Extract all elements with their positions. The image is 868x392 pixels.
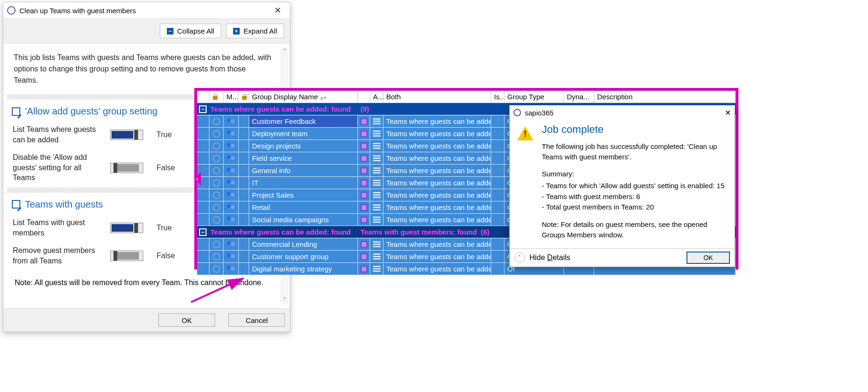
row-burger[interactable] — [370, 201, 383, 213]
row-radio[interactable] — [209, 165, 224, 176]
col-dynamic[interactable]: Dyna... — [564, 91, 594, 103]
toggle-list-teams-guests[interactable] — [110, 223, 143, 233]
people-icon — [227, 241, 235, 248]
hide-details-link[interactable]: Hide Details — [529, 253, 570, 262]
plus-icon: + — [233, 28, 240, 35]
row-members-icon[interactable] — [224, 251, 239, 262]
cancel-button[interactable]: Cancel — [228, 314, 285, 327]
list-icon — [373, 118, 381, 124]
dialog-titlebar[interactable]: sapio365 ✕ — [510, 105, 735, 120]
row-team-icon — [358, 152, 370, 164]
row-burger[interactable] — [370, 140, 383, 152]
filter-icon[interactable] — [324, 93, 326, 101]
row-burger[interactable] — [370, 251, 383, 262]
row-radio[interactable] — [209, 251, 224, 262]
row-radio[interactable] — [209, 128, 224, 139]
row-group-name[interactable]: Retail — [249, 201, 358, 213]
row-group-name[interactable]: Customer Feedback — [249, 115, 358, 127]
row-radio[interactable] — [209, 263, 224, 275]
toggle-remove-guests[interactable] — [110, 251, 143, 261]
row-burger[interactable] — [370, 115, 383, 127]
row-group-name[interactable]: Customer support group — [249, 251, 358, 262]
row-members-icon[interactable] — [224, 201, 239, 213]
row-is — [491, 201, 504, 213]
row-group-name[interactable]: Digital marketing strategy — [249, 263, 358, 275]
row-group-name[interactable]: Project Sales — [249, 189, 358, 201]
expand-all-button[interactable]: + Expand All — [226, 24, 284, 38]
row-members-icon[interactable] — [224, 128, 239, 139]
row-group-name[interactable]: General info — [249, 165, 358, 176]
collapse-group-icon[interactable]: − — [199, 228, 207, 236]
row-burger[interactable] — [370, 189, 383, 201]
row-radio[interactable] — [209, 189, 224, 201]
radio-icon — [213, 253, 220, 261]
row-members-icon[interactable] — [224, 152, 239, 164]
row-members-icon[interactable] — [224, 165, 239, 176]
row-radio[interactable] — [209, 177, 224, 189]
row-radio[interactable] — [209, 140, 224, 152]
row-burger[interactable] — [370, 128, 383, 139]
row-radio[interactable] — [209, 238, 224, 250]
scroll-down-icon[interactable]: ˅ — [280, 296, 289, 305]
ok-button[interactable]: OK — [158, 314, 215, 327]
row-radio[interactable] — [209, 201, 224, 213]
collapse-all-button[interactable]: − Collapse All — [160, 24, 221, 38]
people-icon — [227, 180, 235, 186]
panel-expander[interactable]: ‹ — [194, 172, 201, 185]
toggle-list-teams-addable[interactable] — [110, 130, 143, 140]
col-m[interactable]: M... — [224, 91, 239, 103]
col-a[interactable]: A... — [370, 91, 383, 103]
dialog-titlebar[interactable]: Clean up Teams with guest members ✕ — [3, 2, 290, 18]
edit-icon — [12, 107, 20, 116]
close-icon[interactable]: ✕ — [268, 5, 287, 16]
ok-button[interactable]: OK — [686, 252, 730, 264]
row-group-name[interactable]: Social media campaigns — [249, 214, 358, 226]
row-members-icon[interactable] — [224, 189, 239, 201]
toggle-disable-allow-guests[interactable] — [110, 163, 143, 173]
row-group-name[interactable]: Commercial Lending — [249, 238, 358, 250]
row-radio[interactable] — [209, 214, 224, 226]
scroll-up-icon[interactable]: ˄ — [280, 47, 289, 56]
row-members-icon[interactable] — [224, 263, 239, 275]
row-members-icon[interactable] — [224, 177, 239, 189]
col-group-name[interactable]: Group Display Name — [249, 91, 358, 103]
radio-icon — [213, 204, 220, 211]
col-group-type[interactable]: Group Type — [504, 91, 564, 103]
row-members-icon[interactable] — [224, 115, 239, 127]
row-radio[interactable] — [209, 115, 224, 127]
radio-icon — [213, 167, 220, 174]
col-is[interactable]: Is... — [491, 91, 504, 103]
row-members-icon[interactable] — [224, 238, 239, 250]
col-label: A... — [373, 93, 383, 101]
group-label: Teams where guests can be added: found — [210, 228, 351, 236]
collapse-group-icon[interactable]: − — [199, 105, 207, 113]
row-burger[interactable] — [370, 263, 383, 275]
close-icon[interactable]: ✕ — [725, 108, 731, 117]
row-burger[interactable] — [370, 165, 383, 176]
col-lock-1[interactable] — [209, 91, 224, 103]
row-burger[interactable] — [370, 238, 383, 250]
row-group-name[interactable]: IT — [249, 177, 358, 189]
row-burger[interactable] — [370, 152, 383, 164]
col-both[interactable]: Both — [383, 91, 491, 103]
list-icon — [373, 143, 381, 149]
row-group-name[interactable]: Field service — [249, 152, 358, 164]
row-group-name[interactable]: Deployment team — [249, 128, 358, 139]
col-indicator[interactable] — [197, 91, 209, 103]
row-indent — [197, 128, 209, 139]
row-members-icon[interactable] — [224, 140, 239, 152]
row-both: Teams where guests can be adde — [383, 251, 491, 262]
list-icon — [373, 155, 381, 161]
col-description[interactable]: Description — [594, 91, 736, 103]
col-team-icon[interactable] — [358, 91, 370, 103]
row-is — [491, 115, 504, 127]
row-burger[interactable] — [370, 214, 383, 226]
row-members-icon[interactable] — [224, 214, 239, 226]
col-lock-2[interactable] — [239, 91, 249, 103]
radio-icon — [213, 179, 220, 187]
row-burger[interactable] — [370, 177, 383, 189]
row-group-name[interactable]: Design projects — [249, 140, 358, 152]
chevron-up-icon[interactable]: ˄ — [514, 253, 525, 263]
row-both: Teams where guests can be adde — [383, 152, 491, 164]
row-radio[interactable] — [209, 152, 224, 164]
